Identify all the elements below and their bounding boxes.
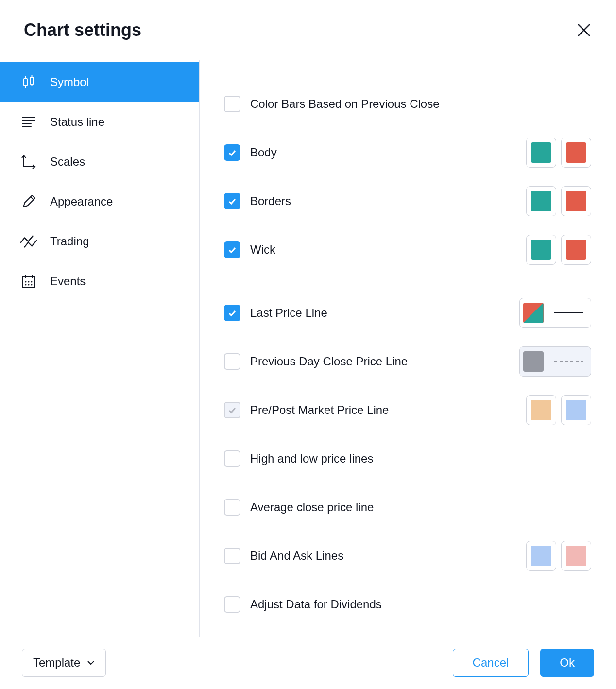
lines-icon bbox=[20, 113, 37, 131]
template-dropdown[interactable]: Template bbox=[22, 649, 106, 677]
svg-rect-5 bbox=[30, 77, 34, 84]
sidebar-item-events[interactable]: Events bbox=[0, 261, 199, 301]
pencil-icon bbox=[20, 193, 37, 210]
chevron-down-icon bbox=[87, 660, 95, 665]
checkbox-pre-post-market[interactable] bbox=[224, 402, 240, 418]
sidebar-item-label: Events bbox=[50, 275, 86, 288]
checkbox-wick[interactable] bbox=[224, 241, 240, 258]
chart-settings-dialog: Chart settings bbox=[0, 0, 616, 689]
pre-market-color[interactable] bbox=[526, 395, 556, 425]
option-label: Pre/Post Market Price Line bbox=[250, 403, 389, 417]
sidebar-item-symbol[interactable]: Symbol bbox=[0, 62, 199, 102]
sidebar-item-appearance[interactable]: Appearance bbox=[0, 182, 199, 222]
body-down-color[interactable] bbox=[561, 138, 591, 168]
line-solid-icon bbox=[554, 312, 583, 314]
option-last-price-line: Last Price Line bbox=[224, 289, 591, 337]
checkmark-icon bbox=[227, 196, 237, 206]
option-pre-post-market: Pre/Post Market Price Line bbox=[224, 386, 591, 434]
option-label: Last Price Line bbox=[250, 306, 327, 320]
last-price-line-style[interactable] bbox=[519, 298, 591, 328]
checkbox-bid-ask[interactable] bbox=[224, 548, 240, 564]
checkmark-icon bbox=[227, 245, 237, 255]
svg-line-14 bbox=[31, 197, 34, 200]
sidebar-item-label: Symbol bbox=[50, 75, 89, 89]
sidebar-item-label: Trading bbox=[50, 235, 89, 248]
option-label: High and low price lines bbox=[250, 452, 373, 465]
candles-icon bbox=[20, 73, 37, 91]
checkbox-color-prev-close[interactable] bbox=[224, 96, 240, 112]
sidebar-item-scales[interactable]: Scales bbox=[0, 142, 199, 182]
option-label: Body bbox=[250, 146, 277, 159]
option-prev-day-close: Previous Day Close Price Line bbox=[224, 337, 591, 386]
axes-icon bbox=[20, 153, 37, 171]
option-color-prev-close: Color Bars Based on Previous Close bbox=[224, 80, 591, 128]
checkbox-adjust-dividends[interactable] bbox=[224, 596, 240, 613]
option-label: Previous Day Close Price Line bbox=[250, 355, 408, 368]
option-borders: Borders bbox=[224, 177, 591, 225]
trend-icon bbox=[20, 233, 37, 250]
option-body: Body bbox=[224, 128, 591, 177]
close-button[interactable] bbox=[576, 22, 592, 38]
option-adjust-dividends: Adjust Data for Dividends bbox=[224, 580, 591, 629]
line-dashed-icon bbox=[554, 361, 583, 362]
borders-up-color[interactable] bbox=[526, 186, 556, 216]
sidebar-item-trading[interactable]: Trading bbox=[0, 222, 199, 261]
dialog-title: Chart settings bbox=[24, 20, 141, 40]
template-label: Template bbox=[33, 656, 80, 670]
sidebar-item-label: Status line bbox=[50, 115, 104, 129]
bid-color[interactable] bbox=[526, 541, 556, 571]
ok-button[interactable]: Ok bbox=[540, 649, 594, 677]
option-label: Adjust Data for Dividends bbox=[250, 598, 382, 611]
prev-day-close-style[interactable] bbox=[519, 346, 591, 377]
wick-up-color[interactable] bbox=[526, 235, 556, 265]
option-high-low: High and low price lines bbox=[224, 434, 591, 483]
sidebar-item-label: Scales bbox=[50, 155, 85, 169]
checkmark-icon bbox=[227, 405, 237, 415]
option-bid-ask: Bid And Ask Lines bbox=[224, 532, 591, 580]
settings-sidebar: Symbol Status line bbox=[0, 60, 200, 637]
svg-point-20 bbox=[31, 281, 33, 283]
dialog-footer: Template Cancel Ok bbox=[0, 637, 616, 689]
calendar-icon bbox=[20, 273, 37, 290]
post-market-color[interactable] bbox=[561, 395, 591, 425]
option-label: Color Bars Based on Previous Close bbox=[250, 97, 440, 111]
svg-point-21 bbox=[25, 284, 27, 286]
option-wick: Wick bbox=[224, 225, 591, 274]
option-label: Borders bbox=[250, 194, 291, 208]
svg-rect-2 bbox=[24, 79, 27, 86]
checkmark-icon bbox=[227, 148, 237, 157]
checkbox-high-low[interactable] bbox=[224, 450, 240, 467]
borders-down-color[interactable] bbox=[561, 186, 591, 216]
svg-point-23 bbox=[31, 284, 33, 286]
svg-point-18 bbox=[25, 281, 27, 283]
dialog-header: Chart settings bbox=[0, 0, 616, 60]
dual-color-swatch bbox=[523, 303, 544, 323]
settings-content: Color Bars Based on Previous Close Body bbox=[200, 60, 616, 637]
ask-color[interactable] bbox=[561, 541, 591, 571]
body-up-color[interactable] bbox=[526, 138, 556, 168]
close-icon bbox=[577, 23, 591, 37]
sidebar-item-label: Appearance bbox=[50, 195, 113, 208]
option-label: Average close price line bbox=[250, 500, 374, 514]
checkbox-prev-day-close[interactable] bbox=[224, 353, 240, 370]
checkbox-last-price-line[interactable] bbox=[224, 305, 240, 321]
wick-down-color[interactable] bbox=[561, 235, 591, 265]
svg-point-22 bbox=[28, 284, 30, 286]
option-label: Wick bbox=[250, 243, 275, 257]
svg-point-19 bbox=[28, 281, 30, 283]
dialog-body: Symbol Status line bbox=[0, 60, 616, 637]
option-avg-close: Average close price line bbox=[224, 483, 591, 532]
checkbox-body[interactable] bbox=[224, 144, 240, 161]
sidebar-item-status-line[interactable]: Status line bbox=[0, 102, 199, 142]
checkbox-avg-close[interactable] bbox=[224, 499, 240, 516]
checkbox-borders[interactable] bbox=[224, 193, 240, 209]
checkmark-icon bbox=[227, 308, 237, 318]
option-label: Bid And Ask Lines bbox=[250, 549, 343, 563]
cancel-button[interactable]: Cancel bbox=[453, 649, 529, 677]
